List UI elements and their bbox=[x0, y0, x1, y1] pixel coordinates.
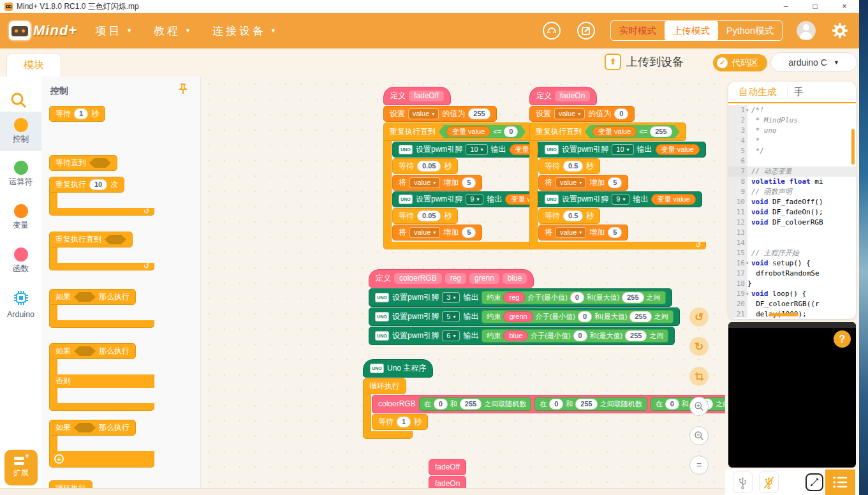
mode-realtime[interactable]: 实时模式 bbox=[611, 21, 665, 40]
forever-header[interactable]: 循环执行 bbox=[49, 480, 92, 488]
reset-zoom-button[interactable]: = bbox=[689, 455, 709, 475]
number-input[interactable]: 0 bbox=[614, 108, 628, 119]
sidebar-item-functions[interactable]: 函数 bbox=[0, 241, 41, 281]
usb-connected-button[interactable] bbox=[733, 471, 753, 493]
variable-dropdown[interactable]: value▾ bbox=[554, 108, 585, 119]
if-header[interactable]: 如果 那么执行 bbox=[49, 289, 136, 305]
usb-disconnected-button[interactable] bbox=[759, 471, 779, 493]
paint-brush-button[interactable] bbox=[805, 473, 823, 491]
code-area-toggle[interactable]: ✓ 代码区 bbox=[713, 54, 767, 71]
redo-button[interactable]: ↻ bbox=[689, 337, 709, 356]
pin-dropdown[interactable]: 5▾ bbox=[442, 311, 460, 322]
pin-dropdown[interactable]: 6▾ bbox=[442, 330, 460, 341]
help-button[interactable]: ? bbox=[834, 330, 851, 348]
palette-block-wait[interactable]: 等待 1 秒 bbox=[49, 106, 105, 122]
number-input[interactable]: 0 bbox=[665, 399, 679, 410]
change-variable-block[interactable]: 将 value▾ 增加 5 bbox=[392, 225, 482, 240]
palette-block-repeat-times[interactable]: 重复执行 10 次 ↻ bbox=[49, 177, 154, 216]
screenshot-crop-button[interactable] bbox=[689, 367, 709, 386]
change-variable-block[interactable]: 将 value▾ 增加 5 bbox=[392, 175, 482, 191]
forever-header[interactable]: 循环执行 bbox=[363, 378, 406, 394]
user-avatar[interactable] bbox=[797, 21, 816, 40]
boolean-slot[interactable] bbox=[89, 158, 111, 168]
edit-project-icon[interactable] bbox=[576, 20, 596, 41]
variable-reporter[interactable]: 变量 value bbox=[651, 194, 695, 205]
tab-modules[interactable]: 模块 bbox=[6, 53, 61, 77]
palette-block-repeat-until[interactable]: 重复执行直到 ↻ bbox=[49, 232, 154, 271]
palette-block-if-else[interactable]: 如果 那么执行 否则 bbox=[49, 343, 154, 411]
mode-python[interactable]: Python模式 bbox=[718, 21, 782, 40]
number-input[interactable]: 1 bbox=[397, 417, 411, 427]
define-fadeoff-hat[interactable]: 定义 fadeOff bbox=[383, 87, 451, 105]
set-pwm-block[interactable]: UNO 设置pwm引脚 6▾ 输出 约束 blue 介于(最小值) 0 和(最大… bbox=[369, 327, 675, 345]
number-input[interactable]: 1 bbox=[74, 108, 88, 119]
repeat-until-header[interactable]: 重复执行直到 变量 value <= 0 bbox=[383, 122, 532, 141]
palette-block-if-expandable[interactable]: 如果 那么执行 + bbox=[49, 420, 154, 468]
wait-block[interactable]: 等待 0.05 秒 bbox=[392, 158, 458, 174]
repeat-until-header[interactable]: 重复执行直到 bbox=[49, 232, 133, 247]
define-coloerrgb-hat[interactable]: 定义 coloerRGB reg grenn blue bbox=[369, 269, 534, 288]
param-reporter[interactable]: grenn bbox=[503, 311, 533, 322]
pin-dropdown[interactable]: 10▾ bbox=[612, 144, 633, 155]
wait-block[interactable]: 等待 0.05 秒 bbox=[392, 208, 458, 224]
number-input[interactable]: 255 bbox=[650, 126, 672, 137]
forever-block[interactable]: 循环执行 coloerRGB 在 0 和 255 之间取随机数 在 bbox=[363, 378, 725, 440]
number-input[interactable]: 5 bbox=[462, 227, 476, 238]
wait-block[interactable]: 等待 0.5 秒 bbox=[538, 208, 600, 224]
variable-dropdown[interactable]: value▾ bbox=[409, 227, 440, 238]
repeat-times-header[interactable]: 重复执行 10 次 bbox=[49, 177, 124, 193]
number-input[interactable]: 0 bbox=[578, 311, 592, 322]
set-variable-block[interactable]: 设置 value▾ 的值为 0 bbox=[529, 106, 635, 122]
minimize-button[interactable]: – bbox=[771, 2, 800, 11]
number-input[interactable]: 0.05 bbox=[417, 161, 441, 172]
call-coloerrgb-block[interactable]: coloerRGB 在 0 和 255 之间取随机数 在 0 和 25 bbox=[372, 395, 725, 413]
number-input[interactable]: 5 bbox=[608, 227, 622, 238]
sidebar-item-operators[interactable]: 运算符 bbox=[0, 154, 41, 194]
constrain-block[interactable]: 约束 grenn 介于(最小值) 0 和(最大值) 255 之间 bbox=[482, 310, 673, 323]
variable-dropdown[interactable]: value▾ bbox=[408, 108, 439, 119]
constrain-block[interactable]: 约束 blue 介于(最小值) 0 和(最大值) 255 之间 bbox=[482, 329, 668, 343]
tab-manual-edit[interactable]: 手 bbox=[787, 86, 813, 98]
if-header[interactable]: 如果 那么执行 bbox=[49, 420, 136, 436]
define-fadeon-hat[interactable]: 定义 fadeOn bbox=[529, 87, 597, 105]
wait-block[interactable]: 等待 1 秒 bbox=[372, 414, 428, 430]
variable-reporter[interactable]: 变量 value bbox=[446, 126, 490, 137]
set-pwm-block[interactable]: UNO 设置pwm引脚 9▾ 输出 变量 value bbox=[538, 191, 702, 207]
pin-icon[interactable] bbox=[177, 83, 189, 98]
number-input[interactable]: 0 bbox=[434, 399, 448, 410]
number-input[interactable]: 0 bbox=[573, 330, 587, 341]
number-input[interactable]: 0.05 bbox=[417, 211, 441, 221]
boolean-slot[interactable] bbox=[105, 235, 126, 244]
maximize-button[interactable]: □ bbox=[800, 2, 830, 11]
boolean-slot[interactable] bbox=[74, 423, 96, 432]
menu-connect-device[interactable]: 连接设备 ▼ bbox=[212, 24, 276, 38]
mode-upload[interactable]: 上传模式 bbox=[665, 21, 718, 40]
set-pwm-block[interactable]: UNO 设置pwm引脚 10▾ 输出 变量 value bbox=[538, 142, 706, 158]
set-pwm-block[interactable]: UNO 设置pwm引脚 5▾ 输出 约束 grenn 介于(最小值) 0 和(最… bbox=[369, 307, 680, 326]
variable-reporter[interactable]: 变量 value bbox=[592, 126, 636, 137]
workspace-canvas[interactable]: 定义 fadeOff 设置 value▾ 的值为 255 重复执行直到 变量 v… bbox=[202, 77, 725, 495]
number-input[interactable]: 0 bbox=[570, 292, 584, 303]
set-variable-block[interactable]: 设置 value▾ 的值为 255 bbox=[383, 106, 497, 122]
comparison-block[interactable]: 变量 value <= 0 bbox=[439, 125, 526, 138]
device-list-button[interactable] bbox=[825, 469, 855, 495]
random-number-block[interactable]: 在 0 和 255 之间取随机数 bbox=[651, 397, 725, 411]
param-reporter[interactable]: reg bbox=[503, 292, 525, 303]
upload-to-device-button[interactable]: 上传到设备 bbox=[605, 54, 684, 70]
number-input[interactable]: 255 bbox=[629, 311, 651, 322]
pin-dropdown[interactable]: 3▾ bbox=[442, 292, 460, 303]
palette-block-forever-partial[interactable]: 循环执行 bbox=[49, 480, 154, 488]
undo-button[interactable]: ↺ bbox=[689, 307, 709, 327]
call-fadeoff-block[interactable]: fadeOff bbox=[429, 459, 466, 475]
community-icon[interactable] bbox=[541, 20, 562, 41]
change-variable-block[interactable]: 将 value▾ 增加 5 bbox=[538, 225, 628, 240]
number-input[interactable]: 5 bbox=[462, 177, 476, 188]
number-input[interactable]: 0 bbox=[504, 126, 518, 137]
number-input[interactable]: 10 bbox=[89, 179, 107, 190]
random-number-block[interactable]: 在 0 和 255 之间取随机数 bbox=[534, 397, 647, 411]
palette-block-if-then[interactable]: 如果 那么执行 bbox=[49, 289, 154, 329]
comparison-block[interactable]: 变量 value <= 255 bbox=[585, 125, 680, 138]
number-input[interactable]: 255 bbox=[460, 399, 482, 410]
number-input[interactable]: 0.5 bbox=[563, 161, 583, 172]
repeat-until-block[interactable]: 重复执行直到 变量 value <= 255 UNO 设置pwm引脚 10▾ 输… bbox=[529, 122, 706, 250]
